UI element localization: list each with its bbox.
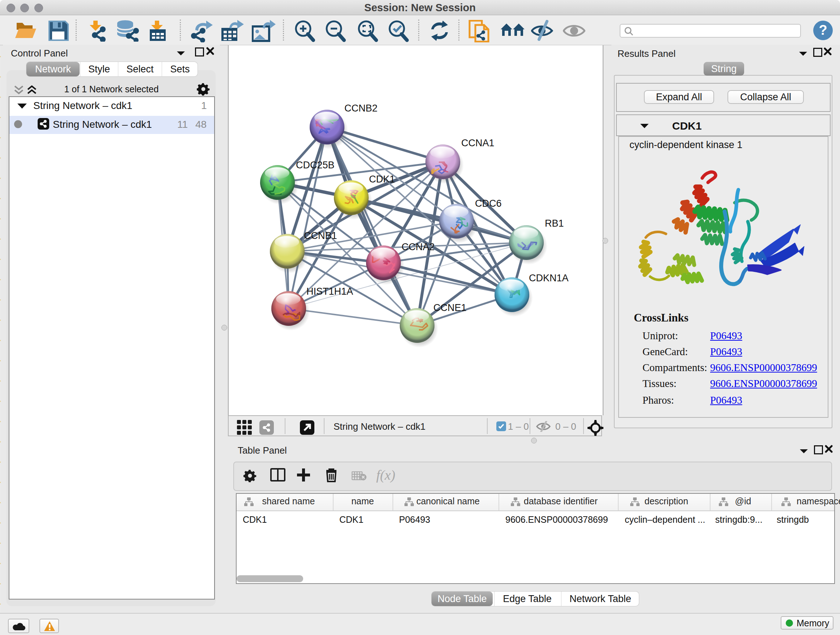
svg-text:CDC25B: CDC25B xyxy=(296,160,335,171)
svg-text:CCNA2: CCNA2 xyxy=(401,241,435,252)
svg-text:CDC6: CDC6 xyxy=(475,198,502,209)
svg-text:CCNB2: CCNB2 xyxy=(344,103,378,114)
svg-text:CCNB1: CCNB1 xyxy=(304,230,337,241)
svg-text:?: ? xyxy=(819,22,827,38)
svg-text:CCNA1: CCNA1 xyxy=(461,138,494,149)
svg-text:CDKN1A: CDKN1A xyxy=(529,272,569,283)
svg-text:RB1: RB1 xyxy=(545,218,564,229)
svg-text:CDK1: CDK1 xyxy=(369,174,395,185)
svg-text:HIST1H1A: HIST1H1A xyxy=(306,286,353,297)
svg-text:CCNE1: CCNE1 xyxy=(433,302,467,313)
